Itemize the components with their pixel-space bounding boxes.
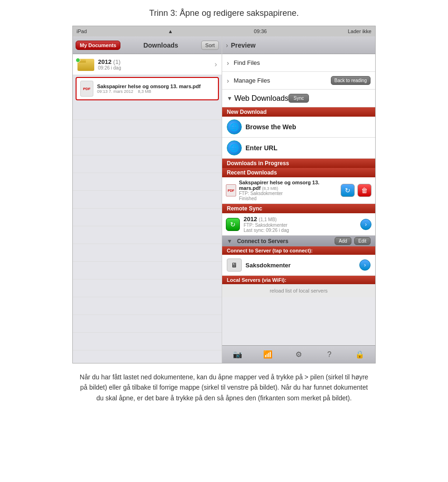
camera-button[interactable]: 📷 xyxy=(230,348,245,361)
server-icon: 🖥 xyxy=(227,258,242,272)
sync-button[interactable]: Sync xyxy=(288,94,309,103)
back-to-reading-button[interactable]: Back to reading xyxy=(331,76,371,85)
recent-item-info: Sakspapirer helse og omsorg 13. mars.pdf… xyxy=(239,180,338,201)
pdf-meta: 09:13 7. mars 2012 8,3 MB xyxy=(97,89,201,94)
connect-servers-title: Connect to Servers xyxy=(237,238,332,244)
folder-icon-wrapper xyxy=(77,58,94,71)
folder-green-dot xyxy=(76,58,80,63)
recent-pdf-item[interactable]: PDF Sakspapirer helse og omsorg 13. mars… xyxy=(222,177,375,204)
folder-title: 2012 (1) xyxy=(98,58,211,65)
recent-downloads-header: Recent Downloads xyxy=(222,168,375,177)
connect-servers-header: ▼ Connect to Servers Add Edit xyxy=(222,236,375,246)
globe-icon: 🌐 xyxy=(227,119,242,134)
footer-text: Når du har fått lastet ned dokumentene, … xyxy=(80,372,368,403)
right-panel: › Preview › Find Files › Manage Files Ba… xyxy=(222,36,375,363)
pdf-list-item[interactable]: PDF Sakspapirer helse og omsorg 13. mars… xyxy=(76,77,219,100)
find-files-chevron: › xyxy=(227,59,229,67)
lock-button[interactable]: 🔒 xyxy=(352,348,367,361)
left-navbar: My Documents Downloads Sort xyxy=(73,36,222,54)
local-servers-header: Local Servers (via WiFi): xyxy=(222,276,375,284)
time-display: 09:36 xyxy=(254,28,267,34)
nav-chevron-icon: › xyxy=(226,42,228,49)
pdf-name: Sakspapirer helse og omsorg 13. mars.pdf xyxy=(97,84,201,89)
server-arrow[interactable]: › xyxy=(359,259,371,271)
browse-web-row[interactable]: 🌐 Browse the Web xyxy=(222,117,375,138)
expand-arrow-icon: ▼ xyxy=(227,95,232,102)
sync-green-button[interactable]: ↻ xyxy=(226,218,240,231)
left-nav-title: Downloads xyxy=(123,42,198,49)
recent-pdf-name: Sakspapirer helse og omsorg 13. mars.pdf… xyxy=(239,180,338,191)
folder-list-item[interactable]: 2012 (1) 09:26 i dag › xyxy=(73,54,222,75)
edit-server-button[interactable]: Edit xyxy=(354,237,371,245)
right-navbar: › Preview xyxy=(222,36,375,54)
bottom-toolbar: 📷 📶 ⚙ ? 🔒 xyxy=(222,345,375,363)
battery-status: Lader ikke xyxy=(348,28,371,34)
sync-folder-lastsync: Last sync: 09:26 i dag xyxy=(244,228,357,233)
recent-ftp: FTP: Saksdokmenter xyxy=(239,191,338,196)
page-title: Trinn 3: Åpne og redigere sakspapirene. xyxy=(149,8,299,18)
wifi-button[interactable]: 📶 xyxy=(260,348,275,361)
enter-url-globe-icon: 🌐 xyxy=(227,140,242,155)
connect-expand-icon: ▼ xyxy=(227,238,232,244)
sync-folder-info: 2012 (1,1 MB) FTP: Saksdokmenter Last sy… xyxy=(244,216,357,233)
sync-folder-ftp: FTP: Saksdokmenter xyxy=(244,223,357,228)
find-files-label: Find Files xyxy=(234,59,371,66)
connect-tap-header: Connect to Server (tap to connect): xyxy=(222,246,375,255)
pdf-icon: PDF xyxy=(80,81,93,97)
remote-sync-header: Remote Sync xyxy=(222,204,375,213)
sync-folder-name: 2012 (1,1 MB) xyxy=(244,216,357,223)
new-download-header: New Download xyxy=(222,107,375,117)
folder-info: 2012 (1) 09:26 i dag xyxy=(98,58,211,70)
recent-status: Finished xyxy=(239,196,338,201)
folder-date: 09:26 i dag xyxy=(98,65,211,70)
gear-button[interactable]: ⚙ xyxy=(291,348,306,361)
sync-folder-item[interactable]: ↻ 2012 (1,1 MB) FTP: Saksdokmenter Last … xyxy=(222,213,375,236)
chevron-right-icon: › xyxy=(215,60,217,69)
enter-url-label: Enter URL xyxy=(245,144,277,152)
server-name-label: Saksdokmenter xyxy=(245,262,356,269)
ipad-screenshot: › iPad ▲ 09:36 Lader ikke My Documents D… xyxy=(72,26,376,363)
left-panel: My Documents Downloads Sort 2012 (1) xyxy=(73,36,222,363)
pdf-item-info: Sakspapirer helse og omsorg 13. mars.pdf… xyxy=(97,84,201,94)
delete-button[interactable]: 🗑 xyxy=(357,184,371,197)
web-downloads-row[interactable]: ▼ Web Downloads Sync xyxy=(222,90,375,107)
my-documents-button[interactable]: My Documents xyxy=(76,41,120,50)
enter-url-row[interactable]: 🌐 Enter URL xyxy=(222,138,375,159)
manage-files-chevron: › xyxy=(227,77,229,84)
browse-web-label: Browse the Web xyxy=(245,123,296,131)
manage-files-label: Manage Files xyxy=(234,77,326,84)
sort-button[interactable]: Sort xyxy=(201,41,219,50)
manage-files-row[interactable]: › Manage Files Back to reading xyxy=(222,72,375,90)
device-label: iPad xyxy=(77,28,87,34)
reload-label: reload list of local servers xyxy=(270,288,328,293)
refresh-button[interactable]: ↻ xyxy=(341,184,355,197)
add-server-button[interactable]: Add xyxy=(335,237,351,245)
server-item[interactable]: 🖥 Saksdokmenter › xyxy=(222,255,375,276)
recent-pdf-icon: PDF xyxy=(226,184,236,196)
reload-row[interactable]: reload list of local servers xyxy=(222,284,375,297)
web-downloads-label: Web Downloads xyxy=(234,94,288,103)
wifi-indicator: ▲ xyxy=(168,28,173,34)
status-bar: iPad ▲ 09:36 Lader ikke xyxy=(73,26,375,36)
right-nav-title: Preview xyxy=(231,42,256,49)
question-button[interactable]: ? xyxy=(322,348,337,361)
downloads-progress-header: Downloads in Progress xyxy=(222,159,375,168)
find-files-row[interactable]: › Find Files xyxy=(222,54,375,72)
sync-folder-arrow[interactable]: › xyxy=(360,219,371,230)
